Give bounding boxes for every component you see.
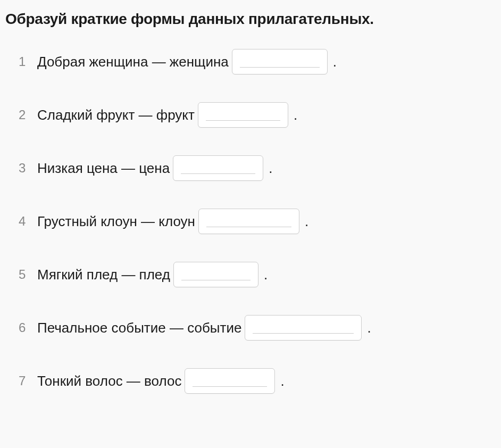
item-period: . (305, 213, 308, 230)
exercise-items: 1 Добрая женщина — женщина . 2 Сладкий ф… (5, 49, 496, 394)
item-number: 4 (19, 214, 37, 229)
item-number: 2 (19, 107, 37, 122)
item-phrase: Грустный клоун — клоун (37, 213, 195, 230)
item-period: . (269, 160, 272, 177)
item-number: 1 (19, 54, 37, 69)
exercise-item: 2 Сладкий фрукт — фрукт . (19, 102, 496, 128)
answer-input[interactable] (198, 102, 288, 128)
item-phrase: Добрая женщина — женщина (37, 54, 229, 70)
answer-input[interactable] (185, 368, 275, 394)
item-number: 6 (19, 320, 37, 335)
answer-input[interactable] (173, 155, 263, 181)
exercise-item: 7 Тонкий волос — волос . (19, 368, 496, 394)
exercise-item: 4 Грустный клоун — клоун . (19, 209, 496, 234)
exercise-container: Образуй краткие формы данных прилагатель… (0, 11, 501, 394)
item-phrase: Печальное событие — событие (37, 320, 241, 336)
answer-input[interactable] (173, 262, 258, 287)
exercise-item: 1 Добрая женщина — женщина . (19, 49, 496, 74)
answer-input[interactable] (232, 49, 328, 74)
item-period: . (294, 107, 297, 123)
item-period: . (264, 267, 268, 283)
item-period: . (333, 54, 337, 70)
answer-input[interactable] (245, 315, 362, 341)
item-number: 5 (19, 267, 37, 282)
item-phrase: Сладкий фрукт — фрукт (37, 107, 195, 123)
exercise-title: Образуй краткие формы данных прилагатель… (5, 11, 496, 28)
item-phrase: Тонкий волос — волос (37, 373, 181, 389)
item-phrase: Низкая цена — цена (37, 160, 170, 177)
exercise-item: 3 Низкая цена — цена . (19, 155, 496, 181)
item-period: . (280, 373, 284, 389)
exercise-item: 6 Печальное событие — событие . (19, 315, 496, 341)
item-number: 3 (19, 161, 37, 176)
item-number: 7 (19, 374, 37, 388)
exercise-item: 5 Мягкий плед — плед . (19, 262, 496, 287)
answer-input[interactable] (198, 209, 299, 234)
item-phrase: Мягкий плед — плед (37, 267, 170, 283)
item-period: . (367, 320, 371, 336)
